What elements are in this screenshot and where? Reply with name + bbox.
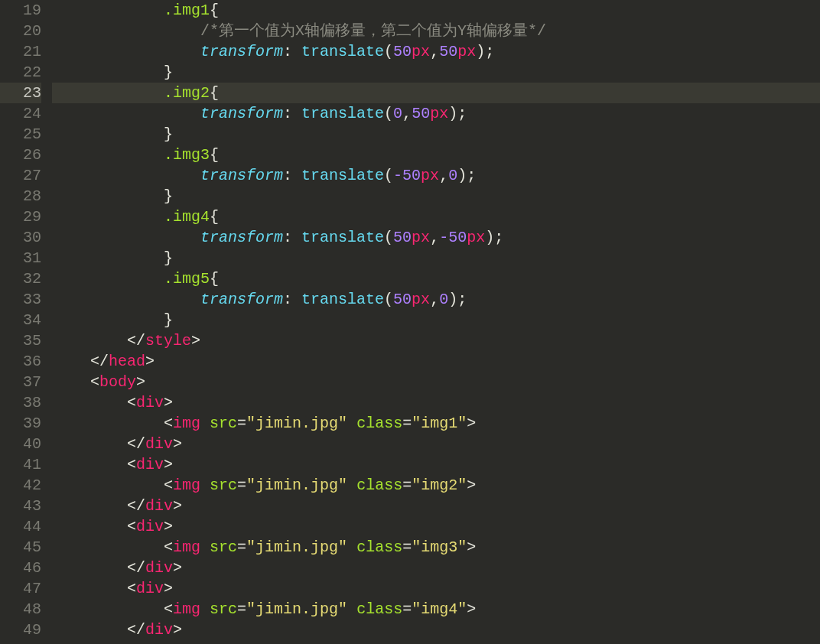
line-number: 22 bbox=[0, 62, 41, 83]
code-line[interactable]: </div> bbox=[52, 434, 820, 454]
code-editor[interactable]: 1920212223242526272829303132333435363738… bbox=[0, 0, 820, 644]
line-number: 23 bbox=[0, 83, 41, 103]
line-number: 33 bbox=[0, 289, 41, 310]
code-line[interactable]: <body> bbox=[52, 372, 820, 392]
line-number: 46 bbox=[0, 558, 41, 578]
line-number: 48 bbox=[0, 599, 41, 620]
line-number: 38 bbox=[0, 392, 41, 413]
code-line[interactable]: .img5{ bbox=[52, 268, 820, 289]
line-number: 44 bbox=[0, 516, 41, 537]
line-number-gutter: 1920212223242526272829303132333435363738… bbox=[0, 0, 52, 644]
code-line[interactable]: transform: translate(50px,-50px); bbox=[52, 227, 820, 248]
line-number: 30 bbox=[0, 227, 41, 248]
line-number: 27 bbox=[0, 165, 41, 186]
line-number: 31 bbox=[0, 248, 41, 268]
code-line[interactable]: .img4{ bbox=[52, 207, 820, 227]
line-number: 21 bbox=[0, 41, 41, 62]
code-line[interactable]: </style> bbox=[52, 330, 820, 351]
code-line[interactable]: <img src="jimin.jpg" class="img4"> bbox=[52, 599, 820, 620]
code-line[interactable]: .img1{ bbox=[52, 0, 820, 21]
code-line[interactable]: } bbox=[52, 124, 820, 145]
line-number: 39 bbox=[0, 413, 41, 434]
line-number: 19 bbox=[0, 0, 41, 21]
line-number: 26 bbox=[0, 145, 41, 165]
code-line[interactable]: .img3{ bbox=[52, 145, 820, 165]
line-number: 40 bbox=[0, 434, 41, 454]
line-number: 24 bbox=[0, 103, 41, 124]
code-line[interactable]: transform: translate(50px,50px); bbox=[52, 41, 820, 62]
code-line[interactable]: } bbox=[52, 62, 820, 83]
code-line[interactable]: /*第一个值为X轴偏移量，第二个值为Y轴偏移量*/ bbox=[52, 21, 820, 41]
code-line[interactable]: <div> bbox=[52, 578, 820, 599]
code-line[interactable]: <img src="jimin.jpg" class="img1"> bbox=[52, 413, 820, 434]
line-number: 32 bbox=[0, 268, 41, 289]
line-number: 28 bbox=[0, 186, 41, 207]
code-line[interactable]: transform: translate(-50px,0); bbox=[52, 165, 820, 186]
line-number: 42 bbox=[0, 475, 41, 496]
line-number: 25 bbox=[0, 124, 41, 145]
code-line[interactable]: } bbox=[52, 186, 820, 207]
line-number: 34 bbox=[0, 310, 41, 330]
code-line[interactable]: </head> bbox=[52, 351, 820, 372]
code-line[interactable]: <img src="jimin.jpg" class="img3"> bbox=[52, 537, 820, 558]
line-number: 29 bbox=[0, 207, 41, 227]
code-line[interactable]: <div> bbox=[52, 392, 820, 413]
code-line[interactable]: <div> bbox=[52, 516, 820, 537]
code-line[interactable]: } bbox=[52, 248, 820, 268]
code-line[interactable]: </div> bbox=[52, 558, 820, 578]
code-line[interactable]: <div> bbox=[52, 454, 820, 475]
line-number: 41 bbox=[0, 454, 41, 475]
code-line[interactable]: <img src="jimin.jpg" class="img2"> bbox=[52, 475, 820, 496]
code-line[interactable]: </div> bbox=[52, 496, 820, 516]
code-line[interactable]: </div> bbox=[52, 620, 820, 640]
line-number: 35 bbox=[0, 330, 41, 351]
line-number: 45 bbox=[0, 537, 41, 558]
code-line[interactable]: } bbox=[52, 310, 820, 330]
line-number: 37 bbox=[0, 372, 41, 392]
code-area[interactable]: .img1{/*第一个值为X轴偏移量，第二个值为Y轴偏移量*/transform… bbox=[52, 0, 820, 644]
line-number: 47 bbox=[0, 578, 41, 599]
code-line[interactable]: .img2{ bbox=[52, 83, 820, 103]
line-number: 49 bbox=[0, 620, 41, 640]
line-number: 36 bbox=[0, 351, 41, 372]
code-line[interactable]: transform: translate(50px,0); bbox=[52, 289, 820, 310]
line-number: 43 bbox=[0, 496, 41, 516]
line-number: 20 bbox=[0, 21, 41, 41]
code-line[interactable]: transform: translate(0,50px); bbox=[52, 103, 820, 124]
